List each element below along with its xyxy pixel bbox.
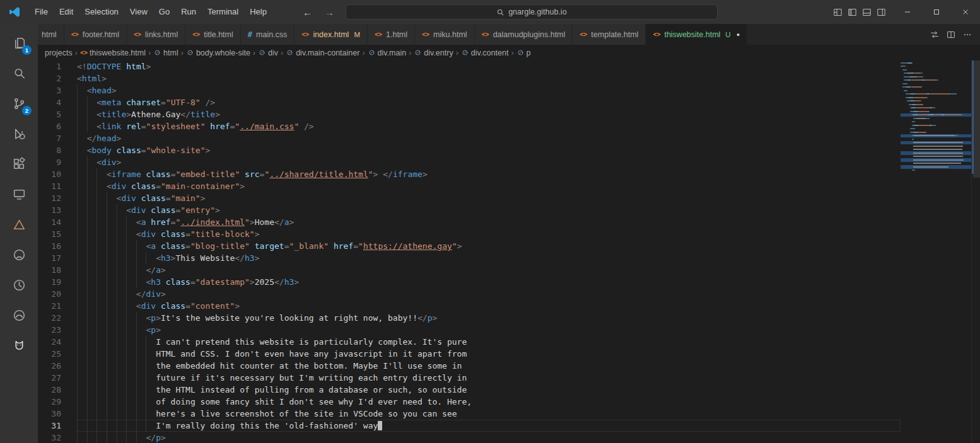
tab-actions	[922, 24, 980, 45]
tab-title.html[interactable]: title.html	[185, 24, 241, 45]
toggle-primary-sidebar-icon[interactable]	[847, 7, 858, 18]
more-actions-icon[interactable]	[962, 30, 972, 40]
tab-html[interactable]: html	[38, 24, 64, 45]
activity-timeline[interactable]	[4, 270, 34, 300]
close-button[interactable]	[951, 0, 980, 24]
activity-explorer[interactable]: 1	[4, 28, 34, 58]
code-line[interactable]: 4<meta charset="UTF-8" />	[38, 96, 901, 108]
breadcrumb-div-entry[interactable]: div.entry	[414, 49, 453, 57]
code-line[interactable]: 15<div class="title-block">	[38, 228, 901, 240]
menu-selection[interactable]: Selection	[79, 0, 124, 24]
split-editor-icon[interactable]	[946, 30, 956, 40]
tab-miku.html[interactable]: miku.html	[415, 24, 475, 45]
code-line[interactable]: 8<body class="whole-site">	[38, 144, 901, 156]
activity-run-and-debug[interactable]	[4, 118, 34, 149]
code-line[interactable]: 16<a class="blog-title" target="_blank" …	[38, 240, 901, 252]
activity-remote-explorer[interactable]	[4, 179, 34, 209]
code-line[interactable]: 12<div class="main">	[38, 192, 901, 204]
activity-extensions[interactable]	[4, 149, 34, 179]
forward-button[interactable]: →	[325, 7, 334, 18]
indent-guide	[77, 192, 87, 204]
indent-guide	[96, 204, 107, 216]
compare-changes-icon[interactable]	[930, 30, 940, 40]
indent-guide	[136, 240, 146, 252]
back-button[interactable]: ←	[303, 7, 312, 18]
code-line[interactable]: 25HTML and CSS. I don't even have any ja…	[38, 348, 901, 360]
code-line[interactable]: 7</head>	[38, 132, 901, 144]
breadcrumb-div-main-container[interactable]: div.main-container	[286, 49, 359, 57]
activity-containers[interactable]	[4, 300, 34, 330]
code-line[interactable]: 21<div class="content">	[38, 300, 901, 312]
code-line[interactable]: 22<p>It's the website you're looking at …	[38, 312, 901, 324]
command-center-search[interactable]: gnargle.github.io	[346, 4, 718, 20]
activity-search[interactable]	[4, 58, 34, 88]
activity-github[interactable]	[4, 239, 34, 270]
tab-dalamudplugins.html[interactable]: dalamudplugins.html	[475, 24, 573, 45]
code-line[interactable]: 3<head>	[38, 84, 901, 96]
code-line[interactable]: 13<div class="entry">	[38, 204, 901, 216]
tab-template.html[interactable]: template.html	[573, 24, 646, 45]
code-line[interactable]: 11<div class="main-container">	[38, 180, 901, 192]
minimap[interactable]	[901, 60, 971, 443]
toggle-secondary-sidebar-icon[interactable]	[876, 7, 887, 18]
tab-thiswebsite.html[interactable]: thiswebsite.htmlU●	[646, 24, 747, 45]
code-line[interactable]: 28the HTML instead of pulling from a dat…	[38, 384, 901, 396]
menu-file[interactable]: File	[29, 0, 54, 24]
line-number: 14	[38, 216, 77, 228]
minimize-button[interactable]	[893, 0, 922, 24]
code-line[interactable]: 26the embedded hit counter at the bottom…	[38, 360, 901, 372]
code-line[interactable]: 2<html>	[38, 72, 901, 84]
code-line[interactable]: 23<p>	[38, 324, 901, 336]
pets-icon	[11, 338, 27, 354]
code-editor[interactable]: 1<!DOCTYPE html>2<html>3<head>4<meta cha…	[38, 60, 901, 443]
code-line[interactable]: 14<a href="../index.html">Home</a>	[38, 216, 901, 228]
maximize-button[interactable]	[922, 0, 951, 24]
code-line[interactable]: 6<link rel="stylesheet" href="../main.cs…	[38, 120, 901, 132]
menu-terminal[interactable]: Terminal	[202, 0, 244, 24]
breadcrumb-body-whole-site[interactable]: body.whole-site	[186, 49, 250, 57]
menu-go[interactable]: Go	[153, 0, 175, 24]
activity-source-control[interactable]: 2	[4, 88, 34, 118]
activity-pets[interactable]	[4, 330, 34, 360]
code-line[interactable]: 30here's a live screenshot of the site i…	[38, 408, 901, 420]
code-line[interactable]: 24I can't pretend this website is partic…	[38, 336, 901, 348]
code-line[interactable]: 9<div>	[38, 156, 901, 168]
tab-index.html[interactable]: index.htmlM	[295, 24, 368, 45]
menu-edit[interactable]: Edit	[54, 0, 79, 24]
html-file-icon	[653, 31, 660, 38]
toggle-panel-icon[interactable]	[861, 7, 872, 18]
indent-guide	[126, 300, 136, 312]
code-line[interactable]: 20</div>	[38, 288, 901, 300]
code-line[interactable]: 17<h3>This Website</h3>	[38, 252, 901, 264]
code-line[interactable]: 27future if it's necessary but I'm writi…	[38, 372, 901, 384]
indent-guide	[107, 264, 117, 276]
scrollbar-thumb[interactable]	[973, 60, 980, 178]
breadcrumb-p[interactable]: p	[516, 49, 531, 57]
code-line[interactable]: 5<title>Athene.Gay</title>	[38, 108, 901, 120]
tab-footer.html[interactable]: footer.html	[64, 24, 127, 45]
indent-guide	[107, 252, 117, 264]
breadcrumb-div[interactable]: div	[258, 49, 278, 57]
code-line[interactable]: 1<!DOCTYPE html>	[38, 60, 901, 72]
code-line[interactable]: 32</p>	[38, 432, 901, 443]
breadcrumb-html[interactable]: html	[153, 49, 178, 57]
breadcrumb-div-main[interactable]: div.main	[368, 49, 407, 57]
code-line[interactable]: 10<iframe class="embed-title" src="../sh…	[38, 168, 901, 180]
customize-layout-icon[interactable]	[832, 7, 843, 18]
code-line[interactable]: 29of doing some fancy shit I don't see w…	[38, 396, 901, 408]
menu-view[interactable]: View	[124, 0, 153, 24]
breadcrumb-file[interactable]: thiswebsite.html	[80, 49, 146, 57]
breadcrumb-root[interactable]: projects	[45, 49, 73, 57]
code-line[interactable]: 31I'm really doing this the 'old-fashion…	[38, 420, 901, 432]
menu-help[interactable]: Help	[244, 0, 272, 24]
menu-run[interactable]: Run	[175, 0, 202, 24]
tab-links.html[interactable]: links.html	[127, 24, 185, 45]
code-line[interactable]: 19<h3 class="datestamp">2025</h3>	[38, 276, 901, 288]
activity-live-preview[interactable]	[4, 209, 34, 239]
scrollbar[interactable]	[971, 60, 980, 443]
unsaved-dot: ●	[737, 32, 740, 38]
code-line[interactable]: 18</a>	[38, 264, 901, 276]
tab-1.html[interactable]: 1.html	[368, 24, 415, 45]
tab-main.css[interactable]: main.css	[241, 24, 295, 45]
breadcrumb-div-content[interactable]: div.content	[461, 49, 509, 57]
